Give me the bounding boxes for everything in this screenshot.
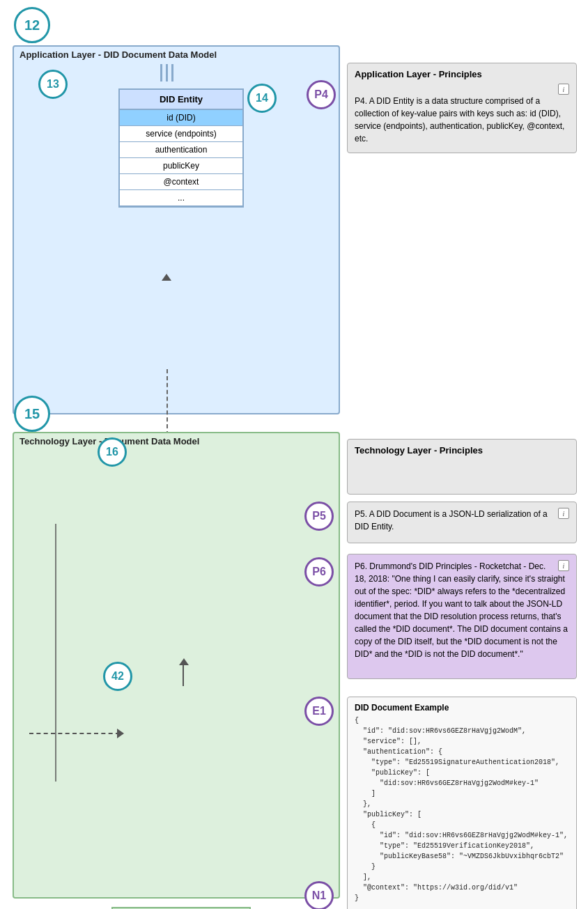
connector-line-1 <box>160 64 162 81</box>
tech-principles-title: Technology Layer - Principles <box>355 445 569 456</box>
entity-id-row: id (DID) <box>120 110 242 126</box>
connector-line-3 <box>171 64 173 81</box>
app-layer-title: Application Layer - DID Document Data Mo… <box>20 49 217 60</box>
badge-P6: P6 <box>304 557 334 586</box>
diagonal-connector <box>35 524 77 782</box>
entity-context-row: @context <box>120 174 242 190</box>
app-principles-box: Application Layer - Principles i P4. A D… <box>347 63 577 153</box>
p6-box: i P6. Drummond's DID Principles - Rocket… <box>347 554 577 679</box>
e1-code: { "id": "did:sov:HR6vs6GEZ8rHaVgjg2WodM"… <box>355 715 569 903</box>
inheritance-arrow <box>162 274 171 281</box>
entity-more-row: ... <box>120 190 242 206</box>
badge-12: 12 <box>14 7 50 43</box>
badge-16: 16 <box>98 437 127 467</box>
tech-principles-box: Technology Layer - Principles <box>347 439 577 495</box>
badge-42: 42 <box>103 662 132 691</box>
did-entity-title: DID Entity <box>120 90 242 110</box>
tech-layer-box: Technology Layer - Document Data Model D… <box>13 432 340 899</box>
p4-text: P4. A DID Entity is a data structure com… <box>355 95 569 145</box>
app-principles-title: Application Layer - Principles <box>355 69 569 79</box>
e1-title: DID Document Example <box>355 703 569 713</box>
app-layer-box: Application Layer - DID Document Data Mo… <box>13 45 340 414</box>
info-icon-1: i <box>558 84 569 95</box>
badge-15: 15 <box>14 396 50 432</box>
badge-14: 14 <box>247 84 277 113</box>
p5-text: P5. A DID Document is a JSON-LD serializ… <box>355 508 569 533</box>
entity-auth-row: authentication <box>120 142 242 158</box>
badge-P5: P5 <box>304 502 334 531</box>
entity-service-row: service (endpoints) <box>120 126 242 142</box>
p6-text: P6. Drummond's DID Principles - Rocketch… <box>355 560 569 660</box>
arrow-up-between-boxes <box>179 658 189 686</box>
dashed-connector <box>167 369 168 435</box>
badge-13: 13 <box>38 70 68 99</box>
e1-box: DID Document Example { "id": "did:sov:HR… <box>347 697 577 909</box>
info-icon-3: i <box>558 560 569 571</box>
did-entity-box: DID Entity id (DID) service (endpoints) … <box>118 88 244 208</box>
connector-line-2 <box>166 64 168 81</box>
badge-N1: N1 <box>304 881 334 909</box>
entity-pubkey-row: publicKey <box>120 158 242 174</box>
badge-E1: E1 <box>304 697 334 726</box>
info-icon-2: i <box>558 508 569 519</box>
p5-box: i P5. A DID Document is a JSON-LD serial… <box>347 502 577 543</box>
dashed-left-arrow <box>117 729 124 738</box>
badge-P4: P4 <box>307 80 336 109</box>
